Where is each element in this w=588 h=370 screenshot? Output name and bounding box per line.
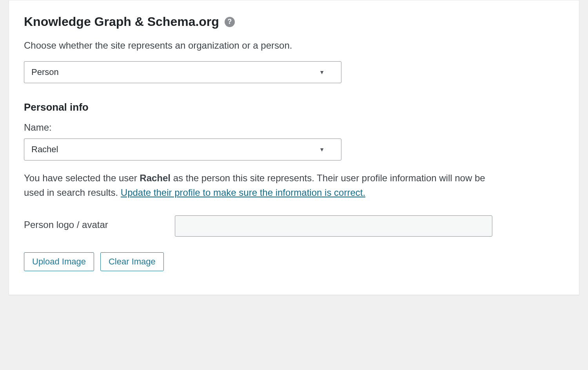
profile-note: You have selected the user Rachel as the… bbox=[24, 171, 486, 200]
name-value: Rachel bbox=[31, 144, 58, 155]
note-text: You have selected the user bbox=[24, 173, 140, 183]
help-icon[interactable]: ? bbox=[225, 17, 235, 27]
avatar-row: Person logo / avatar bbox=[24, 215, 564, 237]
knowledge-graph-panel: Knowledge Graph & Schema.org ? Choose wh… bbox=[9, 0, 579, 295]
name-select-wrap: Rachel ▼ bbox=[24, 139, 341, 160]
note-user: Rachel bbox=[140, 173, 171, 183]
entity-type-select[interactable]: Person ▼ bbox=[24, 61, 341, 83]
button-row: Upload Image Clear Image bbox=[24, 252, 564, 271]
section-description: Choose whether the site represents an or… bbox=[24, 40, 564, 51]
name-label: Name: bbox=[24, 122, 564, 133]
update-profile-link[interactable]: Update their profile to make sure the in… bbox=[121, 187, 365, 198]
section-header: Knowledge Graph & Schema.org ? bbox=[24, 15, 564, 29]
upload-image-button[interactable]: Upload Image bbox=[24, 252, 94, 271]
chevron-down-icon: ▼ bbox=[319, 146, 325, 153]
section-title: Knowledge Graph & Schema.org bbox=[24, 15, 219, 29]
chevron-down-icon: ▼ bbox=[319, 69, 325, 75]
avatar-label: Person logo / avatar bbox=[24, 215, 108, 230]
personal-info-heading: Personal info bbox=[24, 101, 564, 113]
clear-image-button[interactable]: Clear Image bbox=[100, 252, 164, 271]
name-select[interactable]: Rachel ▼ bbox=[24, 139, 341, 160]
entity-type-value: Person bbox=[31, 67, 59, 77]
avatar-input[interactable] bbox=[175, 215, 492, 237]
entity-type-select-wrap: Person ▼ bbox=[24, 61, 341, 83]
